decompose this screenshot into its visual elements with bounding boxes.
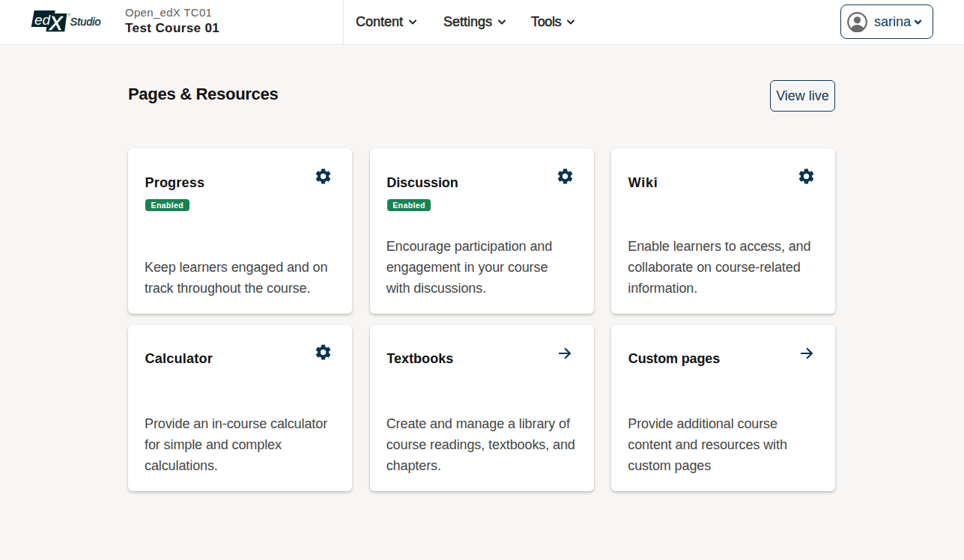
svg-text:Studio: Studio bbox=[70, 16, 101, 28]
svg-text:X: X bbox=[49, 12, 64, 34]
